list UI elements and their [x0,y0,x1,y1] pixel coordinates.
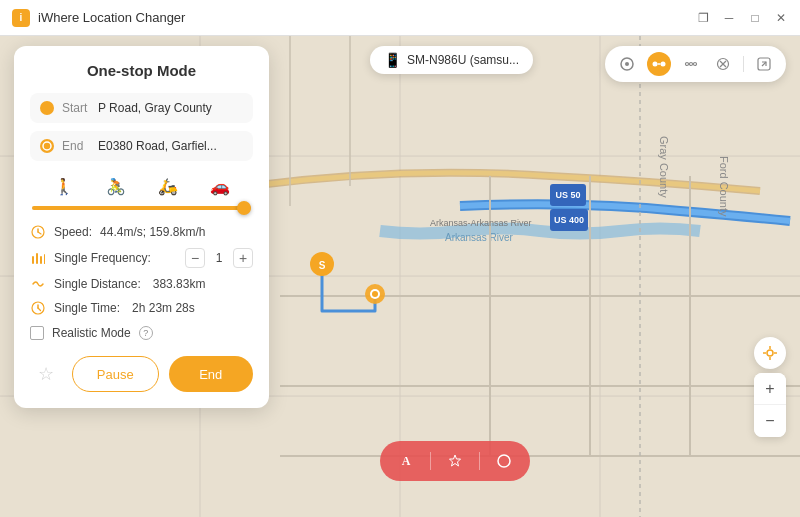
slider-track [32,206,251,210]
start-dot [40,101,54,115]
svg-text:S: S [319,260,326,271]
circle-tool-icon[interactable] [490,447,518,475]
bike-mode-icon[interactable]: 🚴 [102,173,130,200]
bottom-divider-1 [430,452,431,470]
svg-point-32 [653,62,658,67]
speed-slider-container[interactable] [30,206,253,210]
map-area: Arkansas River US 50 US 400 Gray County … [0,36,800,517]
close-button[interactable]: ✕ [774,11,788,25]
start-label: Start [62,101,90,115]
svg-point-56 [498,455,510,467]
end-label: End [62,139,90,153]
speed-info-row: Speed: 44.4m/s; 159.8km/h [30,220,253,244]
time-value: 2h 23m 28s [132,301,195,315]
realistic-mode-row: Realistic Mode ? [30,320,253,342]
svg-line-55 [38,308,41,311]
bottom-divider-2 [479,452,480,470]
maximize-button[interactable]: □ [748,11,762,25]
frequency-value: 1 [211,251,227,265]
frequency-label: Single Frequency: [54,251,151,265]
time-label: Single Time: [54,301,120,315]
restore-button[interactable]: ❐ [696,11,710,25]
device-name: SM-N986U (samsu... [407,53,519,67]
start-value: P Road, Gray County [98,101,243,115]
speed-modes: 🚶 🚴 🛵 🚗 [30,173,253,200]
svg-point-33 [661,62,666,67]
svg-rect-49 [32,256,34,264]
distance-value: 383.83km [153,277,206,291]
frequency-row: Single Frequency: − 1 + [30,244,253,272]
svg-text:US 50: US 50 [555,190,580,200]
svg-point-35 [686,63,689,66]
svg-rect-51 [40,256,42,264]
bottom-toolbar: A [380,441,530,481]
frequency-minus-button[interactable]: − [185,248,205,268]
speed-value: 44.4m/s; 159.8km/h [100,225,205,239]
time-row: Single Time: 2h 23m 28s [30,296,253,320]
car-mode-icon[interactable]: 🚗 [206,173,234,200]
ai-icon[interactable]: A [392,447,420,475]
help-icon[interactable]: ? [139,326,153,340]
svg-text:Ford County: Ford County [718,156,730,217]
frequency-icon [30,250,46,266]
map-toolbar [605,46,786,82]
route-icon[interactable] [647,52,671,76]
svg-point-57 [767,350,773,356]
svg-point-45 [43,142,51,150]
start-location-row[interactable]: Start P Road, Gray County [30,93,253,123]
device-icon: 📱 [384,52,401,68]
frequency-control: − 1 + [185,248,253,268]
svg-point-36 [690,63,693,66]
app-icon: i [12,9,30,27]
pause-button[interactable]: Pause [72,356,159,392]
svg-point-37 [694,63,697,66]
app-title: iWhere Location Changer [38,10,185,25]
svg-line-48 [38,232,41,234]
svg-point-28 [372,291,378,297]
favorite-button[interactable]: ☆ [30,358,62,390]
svg-text:Gray County: Gray County [658,136,670,198]
end-location-row[interactable]: End E0380 Road, Garfiel... [30,131,253,161]
end-value: E0380 Road, Garfiel... [98,139,243,153]
speed-label: Speed: [54,225,92,239]
multi-stop-icon[interactable] [679,52,703,76]
zoom-in-button[interactable]: + [754,373,786,405]
svg-rect-52 [44,254,45,264]
distance-label: Single Distance: [54,277,141,291]
svg-text:Arkansas-Arkansas River: Arkansas-Arkansas River [430,218,532,228]
realistic-mode-label: Realistic Mode [52,326,131,340]
my-location-button[interactable] [754,337,786,369]
device-selector[interactable]: 📱 SM-N986U (samsu... [370,46,533,74]
slider-fill [32,206,251,210]
svg-point-31 [625,62,629,66]
export-icon[interactable] [752,52,776,76]
realistic-mode-checkbox[interactable] [30,326,44,340]
zoom-controls: + − [754,373,786,437]
speed-icon [30,224,46,240]
end-button[interactable]: End [169,356,254,392]
distance-icon [30,276,46,292]
toolbar-divider [743,56,744,72]
distance-row: Single Distance: 383.83km [30,272,253,296]
time-icon [30,300,46,316]
end-dot [40,139,54,153]
panel-buttons: ☆ Pause End [30,356,253,392]
minimize-button[interactable]: ─ [722,11,736,25]
slider-thumb[interactable] [237,201,251,215]
title-bar: i iWhere Location Changer ❐ ─ □ ✕ [0,0,800,36]
location-pin-icon[interactable] [615,52,639,76]
one-stop-panel: One-stop Mode Start P Road, Gray County … [14,46,269,408]
teleport-icon[interactable] [711,52,735,76]
svg-text:US 400: US 400 [554,215,584,225]
moped-mode-icon[interactable]: 🛵 [154,173,182,200]
magic-icon[interactable] [441,447,469,475]
svg-text:Arkansas River: Arkansas River [445,232,513,243]
frequency-plus-button[interactable]: + [233,248,253,268]
panel-title: One-stop Mode [30,62,253,79]
svg-rect-50 [36,253,38,264]
walk-mode-icon[interactable]: 🚶 [50,173,78,200]
zoom-out-button[interactable]: − [754,405,786,437]
window-controls: ❐ ─ □ ✕ [696,11,788,25]
